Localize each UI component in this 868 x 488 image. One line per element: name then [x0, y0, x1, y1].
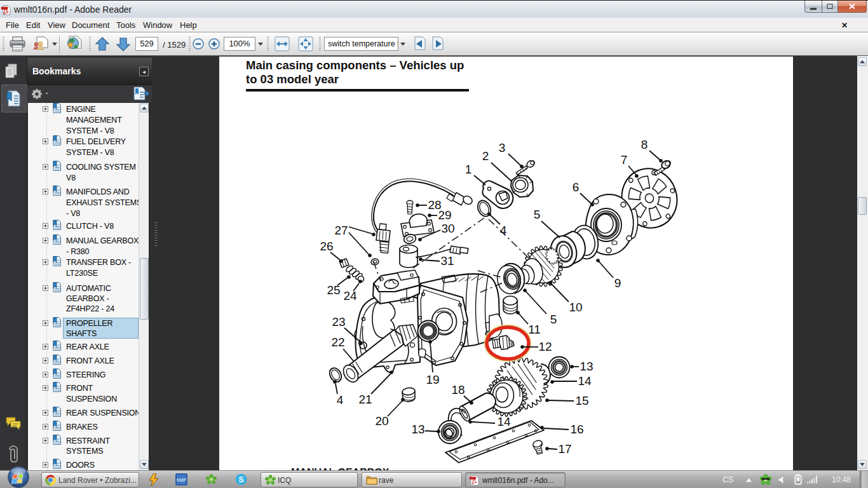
svg-text:7: 7: [621, 153, 628, 166]
svg-text:6: 6: [573, 180, 580, 194]
svg-text:2: 2: [482, 149, 489, 163]
svg-text:29: 29: [438, 208, 451, 222]
svg-text:15: 15: [575, 394, 588, 407]
svg-text:25: 25: [327, 283, 340, 297]
svg-text:3: 3: [499, 141, 506, 154]
svg-text:31: 31: [440, 254, 454, 268]
svg-text:24: 24: [343, 289, 357, 302]
svg-text:Main casing components – Vehic: Main casing components – Vehicles up: [246, 58, 464, 72]
svg-text:KMP: KMP: [177, 478, 187, 482]
svg-text:1: 1: [465, 163, 472, 176]
svg-text:5: 5: [534, 208, 541, 221]
svg-text:21: 21: [358, 393, 372, 406]
svg-text:12: 12: [538, 340, 552, 353]
svg-text:26: 26: [320, 240, 333, 253]
svg-text:14: 14: [497, 415, 511, 428]
svg-text:18: 18: [451, 383, 465, 396]
svg-text:16: 16: [570, 423, 583, 436]
svg-text:27: 27: [334, 224, 348, 237]
svg-text:8: 8: [641, 138, 648, 151]
svg-text:S: S: [238, 475, 243, 484]
svg-text:13: 13: [580, 360, 593, 373]
svg-text:17: 17: [558, 442, 571, 456]
svg-text:to 03 model year: to 03 model year: [246, 72, 339, 86]
svg-text:20: 20: [375, 414, 388, 428]
svg-text:14: 14: [578, 374, 592, 388]
svg-text:11: 11: [528, 323, 541, 336]
svg-text:4: 4: [337, 393, 344, 407]
svg-text:23: 23: [332, 315, 345, 329]
svg-text:13: 13: [411, 423, 424, 436]
svg-text:22: 22: [331, 336, 344, 349]
svg-text:30: 30: [441, 222, 454, 235]
svg-text:10: 10: [569, 301, 582, 314]
svg-text:9: 9: [614, 276, 621, 290]
svg-text:4: 4: [500, 224, 507, 237]
svg-text:5: 5: [550, 313, 557, 326]
svg-text:19: 19: [426, 373, 439, 386]
